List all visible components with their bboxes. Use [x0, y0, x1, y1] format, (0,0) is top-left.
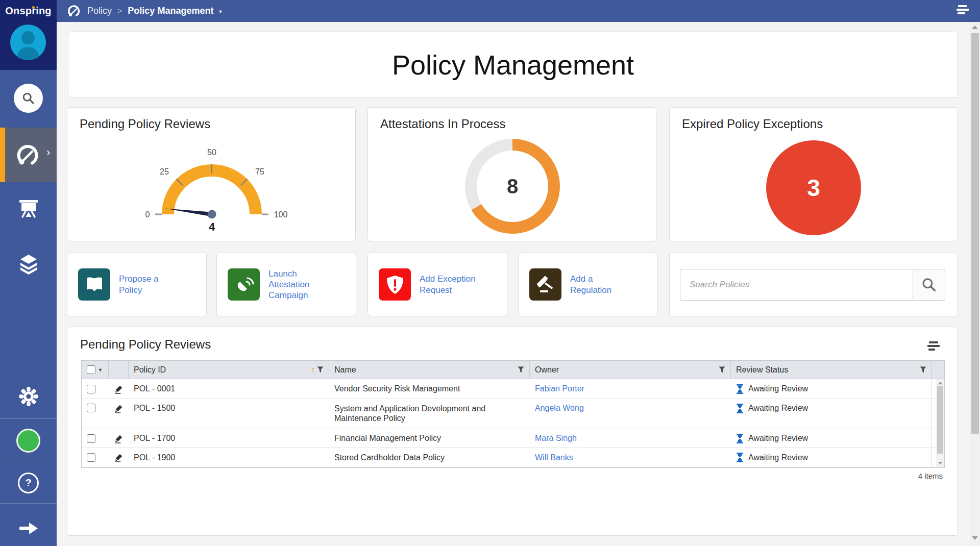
donut-hole: 8	[477, 151, 548, 222]
add-exception-request-button[interactable]: Add Exception Request	[368, 253, 507, 316]
sort-ascending-icon[interactable]: ↑	[311, 365, 315, 375]
gauge-pivot	[208, 210, 216, 219]
cell-review-status: Awaiting Review	[748, 453, 808, 462]
row-checkbox[interactable]	[87, 453, 95, 462]
topbar-menu-icon[interactable]	[957, 5, 969, 16]
action-label: Launch Attestation Campaign	[268, 268, 331, 301]
logout-button[interactable]	[17, 516, 40, 540]
action-label: Add Exception Request	[420, 274, 482, 295]
edit-icon[interactable]	[114, 434, 124, 443]
propose-policy-button[interactable]: Propose a Policy	[67, 253, 207, 316]
column-header-owner[interactable]: Owner	[530, 361, 731, 379]
alert-circle-chart[interactable]: 3	[766, 140, 861, 235]
filter-icon[interactable]	[920, 366, 926, 373]
scroll-down-arrow[interactable]	[938, 462, 943, 464]
owner-link[interactable]: Angela Wong	[535, 404, 584, 413]
search-submit-button[interactable]	[913, 269, 945, 301]
scrollbar-column-header	[932, 361, 944, 379]
report-menu-icon[interactable]	[927, 341, 940, 352]
scroll-up-arrow[interactable]	[938, 382, 943, 384]
row-checkbox[interactable]	[87, 385, 95, 393]
add-regulation-button[interactable]: Add a Regulation	[518, 253, 658, 316]
filter-icon[interactable]	[518, 366, 524, 373]
sidebar-divider	[0, 461, 57, 461]
action-label: Add a Regulation	[570, 274, 632, 295]
owner-link[interactable]: Fabian Porter	[535, 384, 584, 393]
sidebar-item-dashboards-active[interactable]: ›	[0, 128, 57, 182]
page-scrollbar[interactable]	[970, 22, 980, 546]
layers-icon	[17, 253, 40, 276]
edit-icon[interactable]	[114, 384, 124, 394]
donut-value: 8	[507, 175, 518, 198]
row-checkbox[interactable]	[87, 434, 95, 443]
card-title: Attestations In Process	[380, 117, 505, 131]
table-header-row: ▼ Policy ID ↑ Name Owner	[82, 361, 944, 379]
gauge-tick-0: 0	[145, 210, 150, 219]
avatar-body	[17, 47, 39, 60]
topbar: Policy > Policy Management ▼	[57, 0, 980, 22]
table-row[interactable]: POL - 1900 Stored Cardholder Data Policy…	[82, 448, 937, 467]
filter-icon[interactable]	[719, 366, 725, 373]
table-row[interactable]: POL - 0001 Vendor Security Risk Manageme…	[82, 379, 937, 399]
scroll-down-arrow[interactable]	[972, 536, 978, 540]
gauge-card-pending-policy-reviews: Pending Policy Reviews 0 25 50 75 100 4	[67, 107, 356, 241]
page-title: Policy Management	[392, 49, 634, 81]
sidebar-item-admin[interactable]	[17, 385, 40, 408]
select-all-header: ▼	[82, 361, 109, 379]
cell-policy-id: POL - 0001	[129, 379, 329, 399]
filter-icon[interactable]	[317, 366, 324, 373]
column-header-policy-id[interactable]: Policy ID ↑	[129, 361, 329, 379]
column-label: Name	[334, 365, 356, 375]
cell-review-status: Awaiting Review	[748, 404, 808, 413]
arrow-right-icon	[17, 520, 40, 536]
column-label: Review Status	[736, 365, 788, 375]
select-all-checkbox[interactable]	[87, 365, 95, 374]
user-avatar[interactable]	[10, 24, 46, 60]
breadcrumb-dropdown-caret[interactable]: ▼	[218, 9, 223, 14]
breadcrumb-page[interactable]: Policy Management	[128, 6, 213, 16]
cell-name: Stored Cardholder Data Policy	[329, 448, 530, 467]
cell-policy-id: POL - 1500	[129, 399, 329, 429]
book-icon	[78, 268, 110, 301]
onspring-logo: Onspring	[0, 0, 57, 17]
sidebar-item-dashboard[interactable]	[17, 196, 40, 220]
cell-name: System and Application Development and M…	[329, 399, 530, 429]
gauge-chart[interactable]: 0 25 50 75 100 4	[135, 146, 288, 233]
launch-attestation-campaign-button[interactable]: Launch Attestation Campaign	[216, 253, 356, 316]
status-online-indicator[interactable]	[16, 429, 40, 453]
cell-name: Financial Management Policy	[329, 429, 530, 448]
table-scrollbar[interactable]	[936, 379, 944, 467]
donut-card-attestations: Attestations In Process 8	[368, 107, 656, 241]
table-scrollbar-thumb[interactable]	[937, 386, 943, 454]
gauge-tick-50: 50	[207, 148, 216, 157]
table-row[interactable]: POL - 1500 System and Application Develo…	[82, 399, 937, 429]
help-icon[interactable]: ?	[18, 473, 39, 493]
sidebar-divider	[0, 418, 57, 419]
scroll-up-arrow[interactable]	[972, 26, 978, 29]
breadcrumb-separator: >	[117, 7, 122, 16]
edit-column-header	[109, 361, 129, 379]
sidebar-search-button[interactable]	[14, 84, 43, 113]
page-scrollbar-thumb[interactable]	[971, 33, 979, 434]
column-header-review-status[interactable]: Review Status	[731, 361, 932, 379]
caret-down-icon[interactable]: ▼	[98, 367, 103, 373]
column-label: Owner	[535, 365, 559, 375]
logo-orange-dot	[32, 6, 35, 9]
sidebar-item-apps[interactable]	[17, 253, 40, 276]
search-policies-input[interactable]	[680, 269, 913, 301]
edit-icon[interactable]	[114, 404, 124, 413]
row-checkbox[interactable]	[87, 404, 95, 412]
breadcrumb-app[interactable]: Policy	[87, 6, 112, 16]
column-header-name[interactable]: Name	[329, 361, 530, 379]
search-policies-card	[669, 253, 958, 316]
page-title-card: Policy Management	[68, 32, 958, 98]
card-title: Pending Policy Reviews	[80, 117, 210, 131]
donut-chart[interactable]: 8	[465, 139, 560, 234]
presentation-icon	[18, 197, 39, 219]
satellite-dish-icon	[228, 268, 260, 301]
owner-link[interactable]: Will Banks	[535, 453, 573, 462]
table-row[interactable]: POL - 1700 Financial Management Policy M…	[82, 429, 937, 448]
cell-policy-id: POL - 1700	[129, 429, 329, 448]
owner-link[interactable]: Mara Singh	[535, 434, 577, 443]
edit-icon[interactable]	[114, 453, 124, 462]
